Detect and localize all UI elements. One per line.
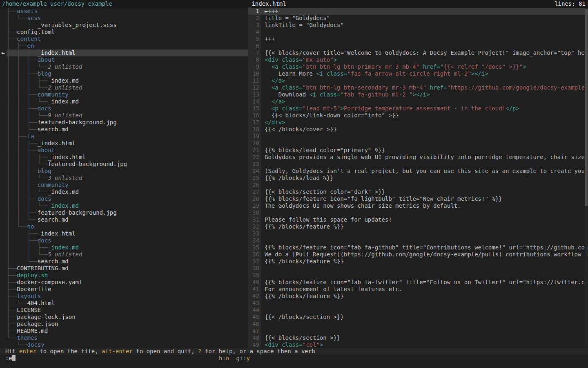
hint-status-bar: Hit enter to open the file, alt-enter to… <box>0 348 588 355</box>
tree-row-gutter <box>0 175 7 182</box>
code-text: {{% /blocks/feature %}} <box>261 293 588 300</box>
tree-row-content: │ │ ├──docs <box>7 105 248 112</box>
tree-row-package-json[interactable]: ├──package.json <box>0 321 248 328</box>
code-line: 24(Sadly, Goldydocs isn't a real project… <box>248 168 588 175</box>
tree-row--variables-project-scss[interactable]: │ └──_variables_project.scss <box>0 22 248 29</box>
tree-row-404-html[interactable]: │ └──404.html <box>0 300 248 307</box>
tree-branch-lines: ├── <box>7 29 17 35</box>
code-line: 34 <box>248 237 588 244</box>
tree-row-gutter <box>0 84 7 91</box>
tree-row--index-md[interactable]: │ │ │ └──_index.md <box>0 98 248 105</box>
tree-row-content: │ ├──fa <box>7 133 248 140</box>
tree-row-search-md[interactable]: │ └──search.md <box>0 258 248 265</box>
tree-item-label: docs <box>38 105 51 112</box>
code-line: 11 </a> <box>248 77 588 84</box>
tree-item-label: CONTRIBUTING.md <box>17 265 68 272</box>
tree-row-docs[interactable]: │ │ ├──docs <box>0 195 248 202</box>
line-number: 4 <box>248 29 261 36</box>
tree-row-docsy[interactable]: └──docsy <box>0 341 248 348</box>
tree-row-2-unlisted[interactable]: │ │ │ └──2 unlisted <box>0 84 248 91</box>
tree-row-content: │ │ ├──about <box>7 147 248 154</box>
tree-row-themes[interactable]: └──themes <box>0 334 248 341</box>
tree-row-blog[interactable]: │ │ ├──blog <box>0 70 248 77</box>
tree-row-3-unlisted[interactable]: │ │ │ └──3 unlisted <box>0 175 248 182</box>
tree-row-search-md[interactable]: │ │ └──search.md <box>0 216 248 223</box>
tree-row--index-html[interactable]: │ │ │ ├──_index.html <box>0 154 248 161</box>
code-line: 39 <box>248 272 588 279</box>
preview-scrollbar[interactable] <box>585 8 588 348</box>
code-text: {{< blocks/link-down color="info" >}} <box>261 112 588 119</box>
code-line: 6 <box>248 43 588 49</box>
tree-row--index-md[interactable]: │ │ │ ├──_index.md <box>0 77 248 84</box>
tree-row--index-html[interactable]: ►│ │ ├──_index.html <box>0 49 248 56</box>
tree-row-featured-background-jpg[interactable]: │ │ │ └──featured-background.jpg <box>0 161 248 168</box>
line-number: 12 <box>248 84 261 91</box>
tree-row-gutter <box>0 293 7 300</box>
tree-row-search-md[interactable]: │ │ └──search.md <box>0 126 248 133</box>
tree-row-scss[interactable]: │ └──scss <box>0 15 248 22</box>
tree-branch-lines: ├── <box>7 293 17 299</box>
tree-row-content: ├──config.toml <box>7 29 248 36</box>
tree-branch-lines: │ │ │ ├── <box>7 77 48 84</box>
tree-item-label: _index.html <box>38 230 76 237</box>
tree-row-docs[interactable]: │ ├──docs <box>0 237 248 244</box>
tree-row--index-md[interactable]: │ │ │ └──_index.md <box>0 202 248 209</box>
tree-row-community[interactable]: │ │ ├──community <box>0 182 248 188</box>
command-input-bar[interactable]: :e h:n gi:y <box>0 355 588 362</box>
tree-row-assets[interactable]: ├──assets <box>0 8 248 15</box>
tree-row--index-html[interactable]: │ ├──_index.html <box>0 230 248 237</box>
tree-row-about[interactable]: │ │ ├──about <box>0 56 248 63</box>
hint-text: to open and quit, <box>133 348 198 355</box>
hint-key: enter <box>19 348 36 355</box>
hint-text: to open the file, <box>36 348 102 355</box>
tree-row-2-unlisted[interactable]: │ │ │ └──2 unlisted <box>0 63 248 70</box>
tree-row-content: │ ├──docs <box>7 237 248 244</box>
code-text <box>261 230 588 237</box>
tree-row-deploy-sh[interactable]: ├──deploy.sh <box>0 272 248 279</box>
tree-row-gutter <box>0 286 7 293</box>
code-text: {{% blocks/feature icon="fab fa-twitter"… <box>261 279 588 286</box>
tree-row-featured-background-jpg[interactable]: │ │ ├──featured-background.jpg <box>0 209 248 216</box>
tree-branch-lines: │ └── <box>7 22 38 28</box>
tree-row-5-unlisted[interactable]: │ │ └──5 unlisted <box>0 251 248 258</box>
command-input[interactable]: :e <box>5 355 16 362</box>
tree-row-readme-md[interactable]: ├──README.md <box>0 328 248 334</box>
tree-item-label: en <box>27 43 34 49</box>
tree-row-config-toml[interactable]: ├──config.toml <box>0 29 248 36</box>
tree-row--index-md[interactable]: │ │ ├──_index.md <box>0 244 248 251</box>
tree-row--index-html[interactable]: │ │ ├──_index.html <box>0 140 248 147</box>
line-number: 17 <box>248 119 261 126</box>
tree-row-content[interactable]: ├──content <box>0 36 248 43</box>
tree-branch-lines: ├── <box>7 286 17 292</box>
tree-row-about[interactable]: │ │ ├──about <box>0 147 248 154</box>
tree-row-contributing-md[interactable]: ├──CONTRIBUTING.md <box>0 265 248 272</box>
tree-row-docker-compose-yaml[interactable]: ├──docker-compose.yaml <box>0 279 248 286</box>
tree-row-9-unlisted[interactable]: │ │ │ └──9 unlisted <box>0 112 248 119</box>
preview-scrollbar-thumb[interactable] <box>585 9 588 206</box>
tree-row-content: │ │ │ └──2 unlisted <box>7 63 248 70</box>
tree-row-no[interactable]: │ └──no <box>0 223 248 230</box>
tree-row-gutter <box>0 98 7 105</box>
tree-row-featured-background-jpg[interactable]: │ │ ├──featured-background.jpg <box>0 119 248 126</box>
tree-row-content: │ │ ├──community <box>7 91 248 98</box>
line-number: 7 <box>248 49 261 56</box>
tree-row-gutter <box>0 133 7 140</box>
tree-row-fa[interactable]: │ ├──fa <box>0 133 248 140</box>
tree-item-label: 3 unlisted <box>48 175 82 181</box>
tree-row-layouts[interactable]: ├──layouts <box>0 293 248 300</box>
line-number: 16 <box>248 112 261 119</box>
tree-item-label: _index.html <box>48 154 86 160</box>
tree-row-blog[interactable]: │ │ ├──blog <box>0 168 248 175</box>
tree-row-package-lock-json[interactable]: ├──package-lock.json <box>0 314 248 321</box>
tree-row-docs[interactable]: │ │ ├──docs <box>0 105 248 112</box>
tree-item-label: community <box>38 182 69 188</box>
tree-item-label: _index.md <box>48 77 79 84</box>
tree-row-gutter <box>0 202 7 209</box>
tree-row-license[interactable]: ├──LICENSE <box>0 307 248 314</box>
tree-row-dockerfile[interactable]: ├──Dockerfile <box>0 286 248 293</box>
tree-row-en[interactable]: │ ├──en <box>0 43 248 49</box>
tree-row--index-md[interactable]: │ │ │ └──_index.md <box>0 188 248 195</box>
code-line: 42{{% /blocks/feature %}} <box>248 293 588 300</box>
tree-row-content: │ └──scss <box>7 15 248 22</box>
tree-row-community[interactable]: │ │ ├──community <box>0 91 248 98</box>
